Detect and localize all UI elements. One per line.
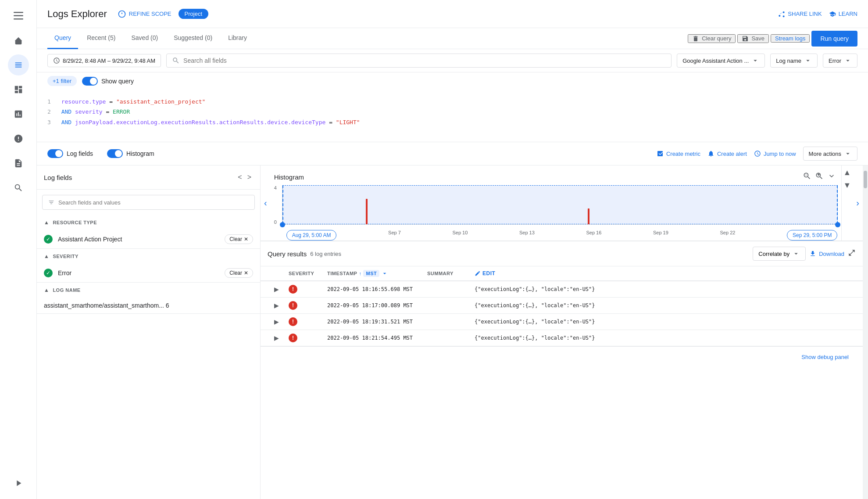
log-name-dropdown[interactable]: Log name [770,54,818,68]
summary-cell-4: {"executionLog":{…}, "locale":"en-US"} [475,335,856,341]
learn-button[interactable]: LEARN [829,11,857,18]
severity-header[interactable]: ▲ SEVERITY [37,249,260,264]
histogram-next-button[interactable]: › [853,165,863,241]
table-row[interactable]: ▶ ! 2022-09-05 18:17:00.089 MST {"execut… [261,298,863,314]
assistant-action-project-check-icon: ✓ [44,235,53,244]
th-timestamp[interactable]: TIMESTAMP ↑ MST [327,270,424,277]
resource-type-header[interactable]: ▲ RESOURCE TYPE [37,215,260,230]
timezone-badge[interactable]: MST [363,270,379,277]
row-expand-button-1[interactable]: ▶ [268,286,285,293]
resource-type-label: RESOURCE TYPE [53,220,97,225]
range-start-pill[interactable]: Aug 29, 5:00 AM [286,230,337,241]
query-editor[interactable]: 1 resource.type = "assistant_action_proj… [37,90,868,142]
resource-label: Google Assistant Action ... [682,57,749,64]
histogram-expand-icon[interactable] [825,171,838,183]
table-row[interactable]: ▶ ! 2022-09-05 18:19:31.521 MST {"execut… [261,314,863,330]
show-debug-panel-link[interactable]: Show debug panel [794,350,856,364]
refine-scope-button[interactable]: REFINE SCOPE [118,10,171,18]
share-link-button[interactable]: SHARE LINK [778,11,822,18]
search-all-fields-input[interactable] [183,57,666,64]
sidebar-icon-logs[interactable] [8,54,29,75]
sidebar-icon-home[interactable] [8,30,29,51]
create-metric-button[interactable]: Create metric [657,150,700,157]
assistant-action-project-label: Assistant Action Project [58,236,219,243]
hist-up-icon[interactable]: ▲ [842,167,853,178]
app-title: Logs Explorer [47,8,107,20]
log-name-chevron-icon: ▲ [44,287,49,293]
log-fields-label: Log fields [67,150,93,157]
tab-library[interactable]: Library [221,28,254,49]
correlate-by-button[interactable]: Correlate by [753,247,806,261]
log-fields-panel: Log fields < > ▲ RESOURCE TYPE [37,165,261,499]
project-badge[interactable]: Project [179,9,208,19]
run-query-button[interactable]: Run query [811,31,857,47]
error-dropdown[interactable]: Error [823,54,857,68]
tab-query[interactable]: Query [47,28,78,49]
zoom-in-icon[interactable] [813,171,825,183]
table-row[interactable]: ▶ ! 2022-09-05 18:21:54.495 MST {"execut… [261,330,863,346]
panel-header: Log fields < > [37,165,260,190]
sidebar-icon-dashboard[interactable] [8,79,29,100]
panel-nav: < > [236,172,253,182]
vertical-scrollbar[interactable] [863,165,868,499]
histogram-toggle-switch[interactable] [107,149,123,158]
range-end-pill[interactable]: Sep 29, 5:00 PM [787,230,837,241]
timeline-labels: Aug 29, 5:00 AM Sep 7 Sep 10 Sep 13 Sep … [286,230,838,241]
time-range-button[interactable]: 8/29/22, 8:48 AM – 9/29/22, 9:48 AM [47,54,161,67]
row-expand-button-3[interactable]: ▶ [268,318,285,325]
jump-to-now-button[interactable]: Jump to now [754,150,796,157]
resource-dropdown[interactable]: Google Assistant Action ... [677,54,765,68]
filter-chip[interactable]: +1 filter [47,76,77,86]
create-alert-button[interactable]: Create alert [707,150,747,157]
histogram-chart-area: Histogram [271,165,841,241]
range-start-dot[interactable] [280,222,285,227]
download-label: Download [819,251,844,257]
tab-suggested[interactable]: Suggested (0) [167,28,219,49]
log-fields-toggle-switch[interactable] [47,149,63,158]
expand-results-button[interactable] [848,249,856,258]
scroll-thumb[interactable] [864,171,867,188]
row-expand-button-2[interactable]: ▶ [268,302,285,309]
tl-sep16: Sep 16 [586,230,601,241]
zoom-out-icon[interactable] [801,171,813,183]
results-title: Query results [268,250,307,258]
save-button[interactable]: Save [737,34,769,43]
table-row[interactable]: ▶ ! 2022-09-05 18:16:55.698 MST {"execut… [261,281,863,298]
query-results: Query results 6 log entries Correlate by… [261,241,863,499]
panel-nav-next[interactable]: > [246,172,253,182]
tab-recent[interactable]: Recent (5) [80,28,122,49]
bar-1 [366,199,368,224]
sidebar-icon-menu[interactable] [8,5,29,26]
error-check-icon: ✓ [44,269,53,277]
more-actions-button[interactable]: More actions [803,147,857,161]
histogram-prev-button[interactable]: ‹ [261,165,271,241]
resource-type-clear-button[interactable]: true Clear ✕ [225,234,253,244]
y-min-label: 0 [274,219,277,225]
sidebar-icon-search[interactable] [8,177,29,198]
panel-nav-prev[interactable]: < [236,172,243,182]
th-severity: SEVERITY [289,271,324,276]
edit-button[interactable]: EDIT [475,270,817,276]
sidebar-icon-notes[interactable] [8,153,29,174]
hist-down-icon[interactable]: ▼ [842,180,853,191]
histogram-toggle: Histogram [107,149,154,158]
range-end-dot[interactable] [835,222,840,227]
sidebar-icon-expand[interactable] [8,473,29,494]
show-query-toggle-switch[interactable] [82,77,98,86]
time-range-label: 8/29/22, 8:48 AM – 9/29/22, 9:48 AM [63,57,155,64]
sidebar-icon-chart[interactable] [8,104,29,125]
clear-query-button[interactable]: Clear query [688,34,736,43]
tl-sep19: Sep 19 [653,230,668,241]
tab-saved[interactable]: Saved (0) [124,28,165,49]
log-name-header[interactable]: ▲ LOG NAME [37,283,260,298]
y-max-label: 4 [274,185,277,190]
range-start-marker [282,185,283,224]
sidebar-icon-error[interactable] [8,128,29,149]
severity-clear-button[interactable]: Clear ✕ [225,268,253,278]
search-fields-input[interactable] [58,199,249,206]
row-expand-button-4[interactable]: ▶ [268,334,285,341]
chart-bars [282,185,838,225]
download-button[interactable]: Download [809,250,844,257]
stream-logs-button[interactable]: Stream logs [771,34,810,43]
search-fields-box [42,195,255,210]
